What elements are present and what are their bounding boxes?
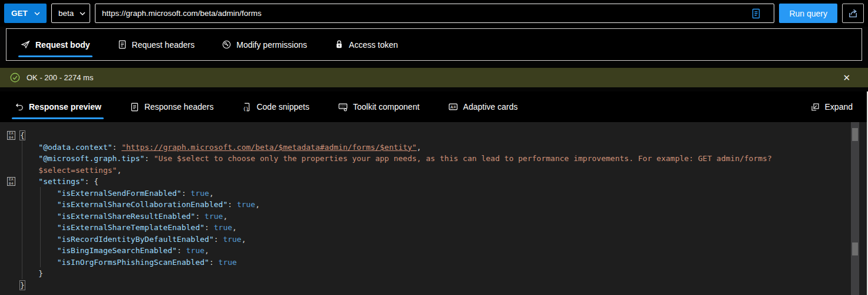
expand-icon (810, 102, 820, 112)
code-line: "@odata.context": "https://graph.microso… (0, 142, 867, 153)
undo-arrow-icon (14, 102, 24, 112)
code-line: "isExternalShareTemplateEnabled": true, (0, 222, 867, 234)
gutter: EAB4 (0, 130, 20, 142)
gutter (0, 188, 20, 199)
code-braces-icon: {} (242, 102, 252, 112)
code-line: "isInOrgFormsPhishingScanEnabled": true (0, 257, 867, 268)
tab-response-headers[interactable]: Response headers (119, 91, 225, 122)
expand-label: Expand (825, 102, 853, 112)
lock-icon (334, 40, 344, 50)
tab-modify-permissions[interactable]: Modify permissions (211, 29, 318, 60)
tab-label: Response headers (144, 102, 214, 112)
code-line: } (0, 268, 867, 280)
gutter (0, 142, 20, 153)
gutter (0, 222, 20, 234)
gutter (0, 245, 20, 257)
code-line: "isExternalShareResultEnabled": true, (0, 211, 867, 222)
tab-label: Request headers (132, 40, 195, 50)
tab-label: Adaptive cards (463, 102, 518, 112)
code-line: "isExternalShareCollaborationEnabled": t… (0, 199, 867, 211)
code-line: "isBingImageSearchEnabled": true, (0, 245, 867, 257)
tab-toolkit-component[interactable]: Toolkit component (327, 91, 430, 122)
gutter (0, 211, 20, 222)
code-line: EAB4 "settings": { (0, 176, 867, 188)
send-icon (21, 40, 31, 50)
gutter (0, 257, 20, 268)
indent-guide (22, 141, 22, 279)
response-tabs: Response preview Response headers {} Cod… (0, 91, 867, 122)
tab-label: Request body (35, 40, 90, 50)
code-line: "isExternalSendFormEnabled": true, (0, 188, 867, 199)
method-dropdown[interactable]: GET (4, 4, 47, 23)
document-lines-icon (117, 40, 127, 50)
fold-icon[interactable]: EAB4 (7, 177, 15, 186)
key-circle-icon (222, 40, 232, 50)
code-content: EAB4{ "@odata.context": "https://graph.m… (0, 130, 867, 291)
code-line: "isRecordIdentityByDefaultEnabled": true… (0, 234, 867, 245)
fold-icon[interactable]: EAB4 (7, 131, 15, 140)
scrollbar-marker (852, 128, 858, 141)
code-line: $select=settings", (0, 165, 867, 176)
version-label: beta (58, 9, 74, 18)
tab-label: Modify permissions (236, 40, 307, 50)
gutter (0, 165, 20, 176)
tab-request-body[interactable]: Request body (10, 29, 101, 60)
scrollbar-marker (852, 242, 858, 255)
component-grid-icon (338, 101, 348, 112)
gutter (0, 199, 20, 211)
tab-access-token[interactable]: Access token (324, 29, 408, 60)
tab-label: Response preview (29, 102, 101, 112)
url-value[interactable]: https://graph.microsoft.com/beta/admin/f… (102, 9, 743, 18)
response-panel: Response preview Response headers {} Cod… (0, 91, 868, 295)
close-icon[interactable]: ✕ (834, 73, 859, 83)
request-bar: GET beta https://graph.microsoft.com/bet… (0, 0, 868, 27)
chevron-down-icon (79, 10, 86, 17)
document-icon[interactable] (743, 8, 769, 19)
run-query-button[interactable]: Run query (779, 4, 837, 23)
request-tabs: Request body Request headers Modify perm… (6, 28, 862, 61)
card-icon: A (448, 101, 458, 112)
tab-adaptive-cards[interactable]: A Adaptive cards (437, 91, 529, 122)
tab-label: Access token (349, 40, 398, 50)
url-input[interactable]: https://graph.microsoft.com/beta/admin/f… (95, 4, 774, 23)
gutter (0, 153, 20, 165)
tab-request-headers[interactable]: Request headers (107, 29, 206, 60)
code-line: } (0, 280, 867, 291)
gutter (0, 234, 20, 245)
tab-label: Toolkit component (353, 102, 420, 112)
code-line: "@microsoft.graph.tips": "Use $select to… (0, 153, 867, 165)
vertical-scrollbar[interactable] (851, 122, 859, 295)
indent-guide (40, 187, 41, 267)
document-lines-icon (130, 102, 140, 112)
code-link[interactable]: "https://graph.microsoft.com/beta/$metad… (121, 143, 417, 152)
method-label: GET (11, 9, 28, 18)
gutter: EAB4 (0, 176, 20, 188)
share-button[interactable] (842, 4, 864, 23)
gutter (0, 268, 20, 280)
response-status-bar: OK - 200 - 2274 ms ✕ (0, 68, 868, 87)
chevron-down-icon (34, 10, 41, 17)
tab-code-snippets[interactable]: {} Code snippets (231, 91, 320, 122)
tab-label: Code snippets (256, 102, 309, 112)
svg-text:A: A (450, 104, 453, 110)
tab-response-preview[interactable]: Response preview (4, 91, 112, 122)
check-circle-icon (9, 72, 21, 83)
svg-text:{}: {} (243, 106, 249, 112)
code-line: EAB4{ (0, 130, 867, 142)
expand-button[interactable]: Expand (800, 91, 863, 122)
gutter (0, 280, 20, 291)
status-message: OK - 200 - 2274 ms (27, 73, 93, 82)
response-editor[interactable]: EAB4{ "@odata.context": "https://graph.m… (0, 122, 867, 295)
version-dropdown[interactable]: beta (51, 4, 90, 23)
